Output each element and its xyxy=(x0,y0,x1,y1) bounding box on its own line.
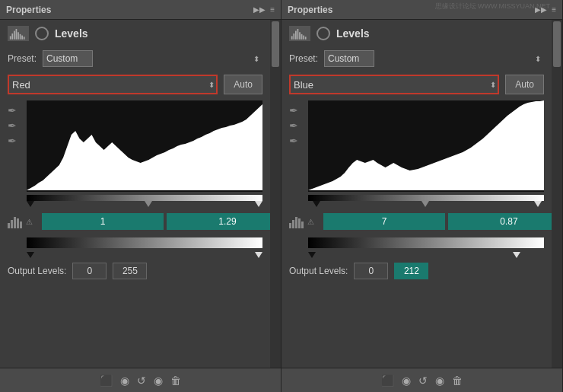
left-slider-white[interactable] xyxy=(255,201,262,207)
right-toolbar-delete-icon[interactable]: 🗑 xyxy=(452,374,463,387)
right-eyedropper-white[interactable]: ✒ xyxy=(289,135,301,147)
right-scrollbar[interactable] xyxy=(552,20,562,368)
left-preset-select-wrapper: Custom xyxy=(43,50,262,67)
left-layer-icon xyxy=(35,27,49,40)
left-output-min[interactable] xyxy=(72,263,107,279)
left-toolbar-undo-icon[interactable]: ↺ xyxy=(137,374,146,387)
svg-rect-12 xyxy=(17,218,19,228)
right-preset-select[interactable]: Custom xyxy=(324,50,374,67)
left-panel-header: Properties ▶▶ ≡ xyxy=(0,0,281,20)
left-warning-icon: ⚠ xyxy=(26,218,33,226)
svg-rect-19 xyxy=(301,34,303,40)
left-eyedropper-black[interactable]: ✒ xyxy=(8,104,20,116)
svg-rect-15 xyxy=(293,33,294,40)
right-toolbar-eye2-icon[interactable]: ◉ xyxy=(435,374,444,387)
left-toolbar-eye-icon[interactable]: ◉ xyxy=(120,374,129,387)
right-levels-header: Levels xyxy=(282,20,552,47)
right-preset-label: Preset: xyxy=(289,53,318,64)
right-histogram xyxy=(308,100,544,192)
left-output-row: Output Levels: xyxy=(0,258,270,282)
svg-rect-20 xyxy=(303,36,304,40)
left-slider-mid[interactable] xyxy=(145,201,152,207)
svg-rect-3 xyxy=(16,29,17,40)
right-toolbar-add-icon[interactable]: ⬛ xyxy=(381,374,394,387)
right-slider-mid[interactable] xyxy=(421,201,429,207)
right-input-midtones[interactable] xyxy=(448,213,562,230)
right-output-min[interactable] xyxy=(354,263,388,279)
right-layer-icon xyxy=(316,27,330,40)
svg-rect-26 xyxy=(298,218,301,228)
svg-rect-27 xyxy=(301,221,304,228)
left-levels-header: Levels xyxy=(0,20,270,47)
right-output-max[interactable] xyxy=(394,263,428,279)
left-levels-icon-small xyxy=(8,214,23,229)
left-channel-select[interactable]: Red Green Blue RGB xyxy=(8,75,218,94)
left-eyedropper-gray[interactable]: ✒ xyxy=(8,120,20,132)
left-output-label: Output Levels: xyxy=(8,266,66,276)
right-toolbar-undo-icon[interactable]: ↺ xyxy=(418,374,428,387)
svg-rect-21 xyxy=(305,37,307,39)
right-output-slider xyxy=(308,249,544,258)
left-toolbar-delete-icon[interactable]: 🗑 xyxy=(170,374,181,387)
right-channel-select-wrapper: Red Green Blue RGB xyxy=(289,75,499,94)
left-scrollbar-thumb[interactable] xyxy=(272,21,279,67)
right-preset-select-wrapper: Custom xyxy=(324,50,544,67)
left-menu-icon[interactable]: ≡ xyxy=(270,5,275,14)
svg-rect-7 xyxy=(24,37,25,39)
left-output-slider-black[interactable] xyxy=(27,252,34,258)
right-panel-content: Levels Preset: Custom Red Green Blue RGB… xyxy=(282,20,562,392)
svg-rect-6 xyxy=(21,36,23,40)
svg-rect-2 xyxy=(14,31,15,40)
left-toolbar-eye2-icon[interactable]: ◉ xyxy=(154,374,163,387)
right-bottom-toolbar: ⬛ ◉ ↺ ◉ 🗑 xyxy=(282,368,562,392)
left-slider-black[interactable] xyxy=(27,201,34,207)
right-slider-black[interactable] xyxy=(313,201,320,207)
left-preset-row: Preset: Custom xyxy=(0,47,270,73)
right-scrollbar-thumb[interactable] xyxy=(553,21,561,67)
right-auto-button[interactable]: Auto xyxy=(505,75,544,94)
left-histogram xyxy=(27,100,262,192)
right-output-row: Output Levels: xyxy=(282,258,552,282)
svg-rect-9 xyxy=(8,223,10,228)
left-output-max[interactable] xyxy=(113,263,147,279)
left-expand-icon[interactable]: ▶▶ xyxy=(253,5,266,14)
right-output-slider-black[interactable] xyxy=(308,252,316,258)
right-channel-select[interactable]: Red Green Blue RGB xyxy=(289,75,499,94)
right-eyedropper-gray[interactable]: ✒ xyxy=(289,120,301,132)
watermark: 思缘设计论坛 WWW.MISSYUAN.NET xyxy=(435,2,551,11)
left-histogram-container: ✒ ✒ ✒ xyxy=(0,100,270,192)
left-input-shadows[interactable] xyxy=(42,213,164,230)
left-eyedropper-col: ✒ ✒ ✒ xyxy=(8,100,23,147)
left-toolbar-add-icon[interactable]: ⬛ xyxy=(100,374,113,387)
svg-rect-24 xyxy=(292,220,294,228)
right-menu-icon[interactable]: ≡ xyxy=(552,5,556,14)
svg-rect-14 xyxy=(291,36,293,39)
right-input-row: ⚠ xyxy=(282,207,552,233)
left-scrollbar[interactable] xyxy=(270,20,281,368)
right-panel-title: Properties xyxy=(288,5,332,15)
right-input-shadows[interactable] xyxy=(323,213,445,230)
right-eyedropper-col: ✒ ✒ ✒ xyxy=(289,100,304,147)
left-preset-label: Preset: xyxy=(8,53,37,64)
left-panel-content: Levels Preset: Custom Red Green Blue RGB… xyxy=(0,20,281,392)
left-panel-title: Properties xyxy=(6,5,51,15)
right-output-label: Output Levels: xyxy=(289,266,348,276)
svg-rect-23 xyxy=(289,223,291,228)
left-output-slider xyxy=(27,249,262,258)
left-preset-select[interactable]: Custom xyxy=(43,50,93,67)
right-slider-white[interactable] xyxy=(534,201,542,207)
svg-rect-17 xyxy=(297,29,299,40)
left-output-slider-white[interactable] xyxy=(255,252,262,258)
right-eyedropper-black[interactable]: ✒ xyxy=(289,104,301,116)
svg-rect-5 xyxy=(20,34,21,40)
left-eyedropper-white[interactable]: ✒ xyxy=(8,135,20,147)
right-levels-title: Levels xyxy=(336,27,370,40)
right-output-slider-white[interactable] xyxy=(513,252,520,258)
left-auto-button[interactable]: Auto xyxy=(224,75,262,94)
left-input-midtones[interactable] xyxy=(167,213,281,230)
right-histogram-container: ✒ ✒ ✒ xyxy=(282,100,552,192)
right-input-icons: ⚠ xyxy=(289,214,314,229)
right-levels-icon-small xyxy=(289,214,304,229)
left-input-icons: ⚠ xyxy=(8,214,33,229)
right-toolbar-eye-icon[interactable]: ◉ xyxy=(402,374,411,387)
